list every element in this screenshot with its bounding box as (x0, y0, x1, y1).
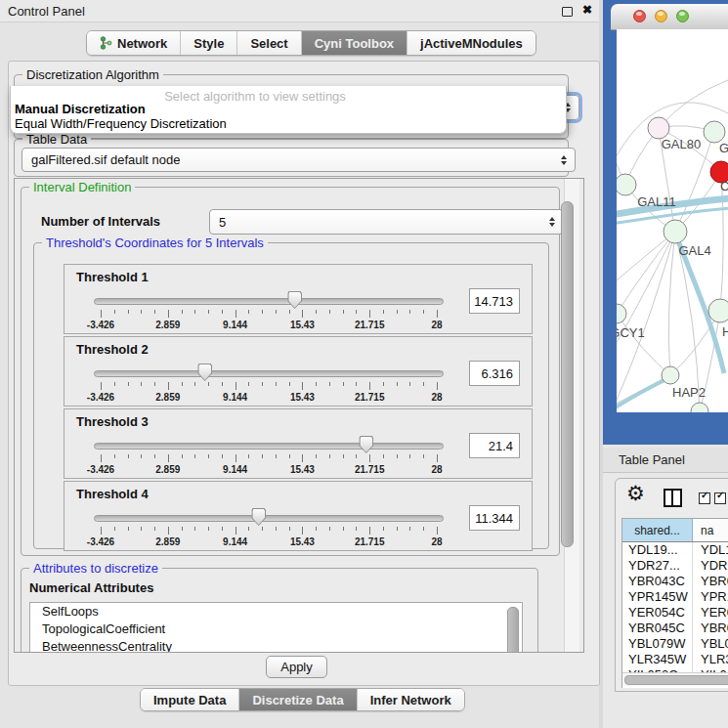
node-gal11[interactable] (617, 174, 636, 195)
slider-tick (208, 527, 209, 531)
node-gal80[interactable] (648, 117, 669, 139)
node-bottom[interactable] (691, 403, 708, 412)
slider-tick (168, 454, 169, 462)
slider-tick (329, 454, 330, 458)
list-item-topologicalcoefficient[interactable]: TopologicalCoefficient (30, 621, 522, 638)
node-gcy1[interactable] (617, 304, 626, 323)
slider-thumb[interactable] (197, 364, 212, 381)
combo-arrows-icon (561, 155, 567, 165)
tab-style[interactable]: Style (181, 31, 237, 55)
list-scrollbar[interactable] (507, 607, 519, 653)
slider-tick (329, 527, 330, 531)
slider-tick (208, 310, 209, 314)
checkbox-icon-1[interactable]: ✓ (699, 492, 710, 504)
threshold-1-value-field[interactable] (469, 288, 520, 314)
slider-track[interactable] (94, 298, 444, 305)
slider-tick (182, 454, 183, 458)
number-of-intervals-combobox[interactable]: 5 (209, 209, 564, 235)
slider-thumb[interactable] (287, 291, 302, 309)
slider-tick-label: 15.43 (290, 320, 315, 330)
column-header-shared-name[interactable]: shared... (622, 519, 693, 541)
slider-tick-label: 15.43 (290, 536, 315, 547)
apply-button[interactable]: Apply (266, 656, 327, 678)
tab-cyni-toolbox[interactable]: Cyni Toolbox (302, 31, 407, 55)
table-row[interactable]: YDR27...YDR2 (622, 558, 728, 574)
slider-track[interactable] (94, 443, 444, 450)
slider-tick (276, 454, 277, 458)
list-item-betweennesscentrality[interactable]: BetweennessCentrality (30, 638, 522, 653)
tab-impute-data[interactable]: Impute Data (141, 689, 239, 710)
cyni-mode-tabs: Impute Data Discretize Data Infer Networ… (140, 688, 465, 711)
dropdown-option-manual[interactable]: Manual Discretization (15, 102, 146, 116)
slider-tick-label: 21.715 (355, 536, 385, 547)
threshold-1-label: Threshold 1 (76, 270, 149, 284)
zoom-traffic-light[interactable] (676, 10, 689, 22)
close-icon[interactable]: ✖ (582, 3, 592, 17)
slider-tick (369, 310, 370, 318)
interval-definition-title: Interval Definition (29, 180, 135, 194)
checkbox-icon-2[interactable]: ✓ (714, 492, 726, 504)
slider-tick-label: 2.859 (155, 464, 180, 475)
float-window-icon[interactable] (562, 7, 573, 17)
slider-tick-labels: -3.4262.8599.14415.4321.71528 (101, 392, 437, 403)
threshold-2-slider[interactable]: -3.4262.8599.14415.4321.71528 (94, 363, 444, 404)
node-right-top[interactable] (704, 121, 725, 143)
slider-thumb[interactable] (359, 436, 373, 453)
table-row[interactable]: YBR043CYBR0 (622, 574, 728, 589)
slider-tick-label: 28 (431, 320, 442, 330)
slider-tick (141, 382, 142, 386)
slider-tick (289, 527, 290, 531)
table-row[interactable]: YPR145WYPR1 (622, 589, 728, 605)
node-right-mid[interactable] (708, 299, 728, 322)
horizontal-scrollbar-thumb[interactable] (624, 675, 728, 685)
node-attribute-table: shared... na YDL19...YDL1 YDR27...YDR2 Y… (621, 518, 728, 688)
tab-network[interactable]: Network (87, 31, 181, 55)
settings-scrollbar-track[interactable] (564, 179, 579, 652)
tab-jactivemnodules[interactable]: jActiveMNodules (407, 31, 535, 55)
threshold-3-value-field[interactable] (469, 433, 520, 458)
node-label-fragment-g: G (719, 141, 728, 155)
table-row[interactable]: YBR045CYBR0 (622, 621, 728, 636)
slider-tick (276, 310, 277, 314)
table-row[interactable]: YER054CYER0 (622, 605, 728, 621)
node-label-fragment-c: C (720, 179, 728, 193)
node-gal4[interactable] (664, 220, 687, 243)
slider-tick (289, 454, 290, 458)
table-data-combobox[interactable]: galFiltered.sif default node (21, 148, 576, 172)
column-header-name[interactable]: na (693, 519, 728, 541)
slider-track[interactable] (94, 515, 444, 522)
threshold-4-value-field[interactable] (469, 505, 520, 531)
tab-discretize-data[interactable]: Discretize Data (239, 689, 357, 710)
horizontal-scrollbar-track[interactable] (622, 672, 728, 686)
threshold-3-slider[interactable]: -3.4262.8599.14415.4321.71528 (94, 435, 444, 476)
slider-tick (289, 310, 290, 314)
gear-icon[interactable]: ⚙ (626, 482, 645, 505)
slider-thumb[interactable] (251, 508, 266, 526)
slider-track[interactable] (94, 370, 444, 377)
table-row[interactable]: YDL19...YDL1 (622, 542, 728, 558)
table-header-row: shared... na (622, 519, 728, 542)
slider-tick (236, 527, 236, 535)
threshold-2-value-field[interactable] (469, 361, 520, 386)
settings-scrollbar-thumb[interactable] (561, 201, 574, 547)
table-row[interactable]: YLR345WYLR3 (622, 652, 728, 667)
minimize-traffic-light[interactable] (655, 10, 667, 22)
list-item-selfloops[interactable]: SelfLoops (30, 603, 522, 621)
slider-tick (397, 527, 398, 531)
threshold-1-slider[interactable]: -3.4262.8599.14415.4321.71528 (94, 290, 444, 331)
slider-tick-label: 9.144 (223, 320, 247, 330)
threshold-4-slider[interactable]: -3.4262.8599.14415.4321.71528 (94, 507, 444, 548)
network-canvas[interactable]: GAL80 G C GAL11 GAL4 GCY1 H HAP2 (617, 29, 728, 412)
dropdown-option-equal-width[interactable]: Equal Width/Frequency Discretization (15, 116, 227, 131)
slider-tick (194, 382, 195, 386)
slider-ticks (101, 454, 437, 463)
columns-icon[interactable] (664, 489, 682, 507)
slider-tick (369, 382, 370, 390)
close-traffic-light[interactable] (633, 10, 646, 22)
node-hap2[interactable] (662, 366, 679, 384)
settings-scroll-viewport: Interval Definition Number of Intervals … (14, 178, 584, 653)
table-row[interactable]: YBL079WYBL0 (622, 636, 728, 652)
slider-tick (154, 310, 155, 314)
tab-infer-network[interactable]: Infer Network (358, 689, 464, 710)
tab-select[interactable]: Select (237, 31, 301, 55)
